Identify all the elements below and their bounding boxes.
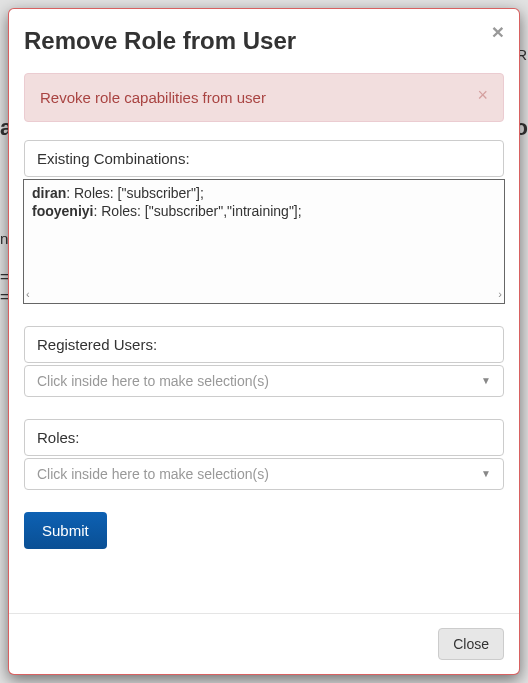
modal-close-button[interactable]: × xyxy=(492,21,504,42)
modal-header: Remove Role from User × xyxy=(9,9,519,73)
roles-select[interactable]: Click inside here to make selection(s) ▼ xyxy=(24,458,504,490)
modal-title: Remove Role from User xyxy=(24,24,504,58)
combination-user: diran xyxy=(32,185,66,201)
existing-combinations-label: Existing Combinations: xyxy=(24,140,504,177)
select-placeholder: Click inside here to make selection(s) xyxy=(37,466,269,482)
modal-body: Revoke role capabilities from user × Exi… xyxy=(9,73,519,613)
revoke-alert: Revoke role capabilities from user × xyxy=(24,73,504,122)
scroll-right-icon: › xyxy=(498,288,502,300)
submit-button[interactable]: Submit xyxy=(24,512,107,549)
chevron-down-icon: ▼ xyxy=(481,468,491,479)
existing-combinations-box[interactable]: diran: Roles: ["subscriber"]; fooyeniyi:… xyxy=(23,179,505,304)
modal-footer: Close xyxy=(9,613,519,674)
combination-row: fooyeniyi: Roles: ["subscriber","intrain… xyxy=(32,202,496,221)
combination-roles: : Roles: ["subscriber"]; xyxy=(66,185,204,201)
alert-dismiss-button[interactable]: × xyxy=(477,86,488,104)
footer-close-button[interactable]: Close xyxy=(438,628,504,660)
combination-row: diran: Roles: ["subscriber"]; xyxy=(32,184,496,203)
select-placeholder: Click inside here to make selection(s) xyxy=(37,373,269,389)
combination-roles: : Roles: ["subscriber","intraining"]; xyxy=(93,203,301,219)
scroll-left-icon: ‹ xyxy=(26,288,30,300)
registered-users-label: Registered Users: xyxy=(24,326,504,363)
chevron-down-icon: ▼ xyxy=(481,375,491,386)
remove-role-modal: Remove Role from User × Revoke role capa… xyxy=(8,8,520,675)
roles-label: Roles: xyxy=(24,419,504,456)
registered-users-select[interactable]: Click inside here to make selection(s) ▼ xyxy=(24,365,504,397)
combination-user: fooyeniyi xyxy=(32,203,93,219)
alert-text: Revoke role capabilities from user xyxy=(40,89,266,106)
